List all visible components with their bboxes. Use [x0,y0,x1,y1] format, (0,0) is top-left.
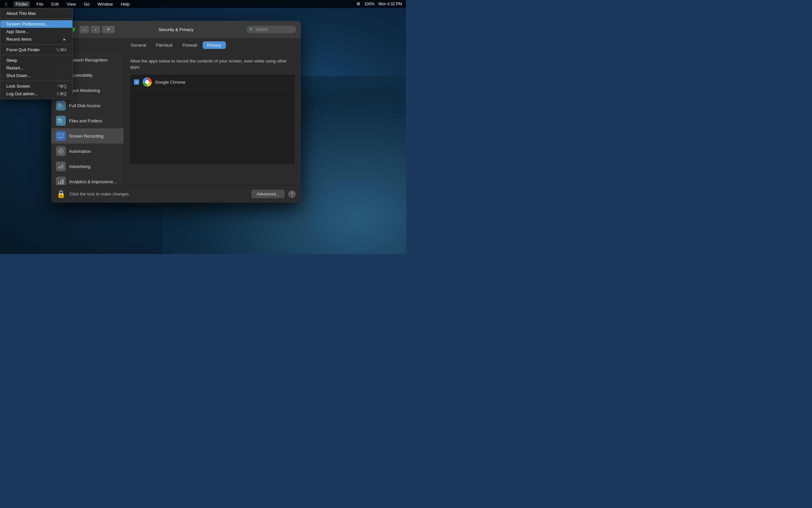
full-disk-access-icon [56,100,66,111]
menu-divider-1 [0,18,73,19]
force-quit-shortcut: ⌥⌘# [55,48,66,52]
menubar-edit[interactable]: Edit [50,2,60,7]
menu-divider-4 [0,81,73,81]
window-title: Security & Privacy [159,27,193,32]
files-and-folders-label: Files and Folders [69,118,102,123]
clock: Mon 4:32 PM [378,2,402,6]
svg-point-29 [62,164,63,165]
search-icon: 🔍 [249,28,254,32]
wifi-icon: ⌘ [356,2,360,6]
sidebar-item-full-disk-access[interactable]: Full Disk Access [51,98,124,113]
chrome-checkbox[interactable]: ✓ [134,79,139,85]
menu-divider-3 [0,55,73,55]
forward-button[interactable]: › [91,26,100,33]
analytics-label: Analytics & Improveme... [69,179,117,184]
log-out-shortcut: ⇧⌘Q [56,92,66,96]
menu-recent-items[interactable]: Recent Items ► [0,35,73,43]
menu-log-out[interactable]: Log Out admin... ⇧⌘Q [0,90,73,97]
full-disk-access-label: Full Disk Access [69,103,100,108]
tab-privacy[interactable]: Privacy [203,41,226,49]
apple-menu-button[interactable]:  [4,1,8,7]
advertising-icon [56,161,66,171]
svg-marker-28 [58,165,63,168]
advertising-label: Advertising [69,164,90,169]
menu-shut-down[interactable]: Shut Down... [0,72,73,79]
files-and-folders-icon [56,116,66,126]
tab-general[interactable]: General [126,41,151,49]
apple-dropdown-menu: About This Mac System Preferences... App… [0,8,73,99]
menubar:  Finder File Edit View Go Window Help ⌘… [0,0,406,8]
window-titlebar: ‹ › ⁜ Security & Privacy 🔍 [51,21,301,38]
menu-divider-2 [0,44,73,45]
svg-rect-21 [59,138,62,138]
apps-list: ✓ Google Chrome [130,75,295,164]
system-preferences-window: ‹ › ⁜ Security & Privacy 🔍 General FileV… [51,21,301,203]
automation-label: Automation [69,149,91,154]
menu-lock-screen[interactable]: Lock Screen ^⌘Q [0,82,73,90]
sidebar-item-screen-recording[interactable]: Screen Recording [51,128,124,143]
svg-rect-20 [58,134,63,137]
sidebar-item-automation[interactable]: Automation [51,143,124,159]
svg-rect-16 [58,103,61,105]
sidebar-item-analytics[interactable]: Analytics & Improveme... [51,174,124,185]
content-description: Allow the apps below to record the conte… [130,58,295,70]
menu-system-preferences[interactable]: System Preferences... [0,20,73,28]
svg-rect-18 [58,118,61,120]
back-button[interactable]: ‹ [80,26,89,33]
window-nav: ‹ › ⁜ [80,26,115,33]
speech-recognition-label: Speech Recognition [69,57,107,62]
menubar-finder[interactable]: Finder [13,1,30,7]
sidebar-item-advertising[interactable]: Advertising [51,159,124,174]
svg-rect-30 [58,182,59,184]
search-bar[interactable]: 🔍 [246,26,296,33]
chrome-icon [142,77,152,87]
lock-text: Click the lock to make changes. [70,192,247,197]
menubar-view[interactable]: View [65,2,77,7]
help-button[interactable]: ? [288,190,296,198]
menu-about-this-mac[interactable]: About This Mac [0,10,73,17]
grid-view-button[interactable]: ⁜ [102,26,115,33]
automation-icon [56,146,66,156]
tab-filevault[interactable]: FileVault [151,41,177,49]
menubar-right: ⌘ 100% Mon 4:32 PM [356,2,402,6]
menubar-help[interactable]: Help [119,2,131,7]
menubar-file[interactable]: File [35,2,45,7]
chrome-app-name: Google Chrome [155,80,185,85]
content-area: Speech Recognition Accessibility [51,52,301,185]
tabs-bar: General FileVault Firewall Privacy [51,38,301,52]
svg-point-23 [60,150,62,152]
advanced-button[interactable]: Advanced... [252,190,284,198]
lock-screen-shortcut: ^⌘Q [57,84,66,89]
menu-app-store[interactable]: App Store... [0,28,73,35]
search-input[interactable] [256,27,294,32]
analytics-icon [56,177,66,185]
battery-status: 100% [364,2,374,6]
lock-icon[interactable]: 🔒 [56,190,65,199]
bottom-bar: 🔒 Click the lock to make changes. Advanc… [51,185,301,202]
menubar-left:  Finder File Edit View Go Window Help [4,1,131,7]
main-content: Allow the apps below to record the conte… [124,52,301,185]
recent-items-arrow: ► [63,37,66,41]
menubar-window[interactable]: Window [96,2,114,7]
screen-recording-label: Screen Recording [69,134,103,138]
screen-recording-icon [56,131,66,141]
svg-rect-31 [60,180,61,184]
input-monitoring-label: Input Monitoring [69,88,100,93]
menubar-go[interactable]: Go [83,2,91,7]
tab-firewall[interactable]: Firewall [178,41,202,49]
svg-rect-32 [62,179,63,184]
sidebar-item-files-and-folders[interactable]: Files and Folders [51,113,124,128]
menu-force-quit[interactable]: Force Quit Finder ⌥⌘# [0,46,73,53]
menu-restart[interactable]: Restart... [0,64,73,72]
app-item-chrome[interactable]: ✓ Google Chrome [130,75,295,90]
menu-sleep[interactable]: Sleep [0,56,73,64]
